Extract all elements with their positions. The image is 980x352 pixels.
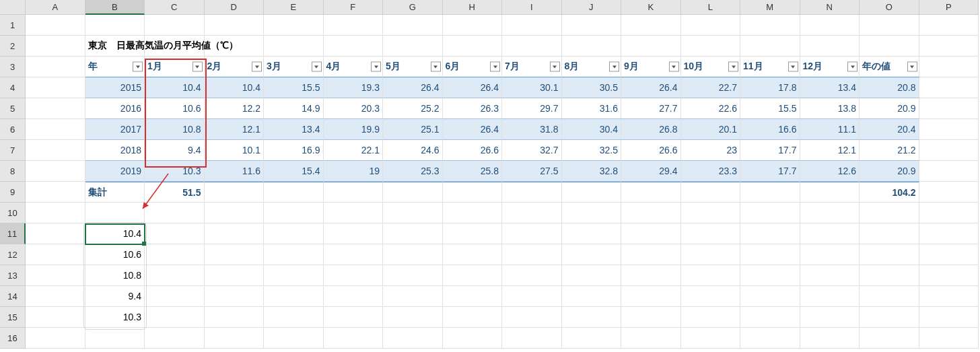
data-year[interactable]: 2018 xyxy=(85,140,145,161)
data-cell[interactable]: 16.6 xyxy=(740,119,800,140)
cell-P7[interactable] xyxy=(919,140,979,161)
cell-I15[interactable] xyxy=(502,307,562,328)
table-header-年[interactable]: 年 xyxy=(85,57,145,77)
cell-J16[interactable] xyxy=(562,328,622,349)
cell-H2[interactable] xyxy=(443,36,503,57)
cell-C12[interactable] xyxy=(145,244,205,265)
cell-F1[interactable] xyxy=(324,15,384,36)
row-header-14[interactable]: 14 xyxy=(0,286,26,307)
total-label[interactable]: 集計 xyxy=(85,182,145,203)
row-header-10[interactable]: 10 xyxy=(0,203,26,223)
cell-J15[interactable] xyxy=(562,307,622,328)
data-cell[interactable]: 19 xyxy=(324,161,384,182)
total-empty[interactable] xyxy=(443,182,503,203)
cell-N14[interactable] xyxy=(800,286,860,307)
cell-N12[interactable] xyxy=(800,244,860,265)
data-cell[interactable]: 31.6 xyxy=(562,98,622,119)
total-empty[interactable] xyxy=(502,182,562,203)
cell-N13[interactable] xyxy=(800,265,860,286)
col-header-F[interactable]: F xyxy=(324,0,384,15)
table-header-7月[interactable]: 7月 xyxy=(502,57,562,77)
cell-A6[interactable] xyxy=(26,119,85,140)
cell-O14[interactable] xyxy=(860,286,919,307)
cell-F16[interactable] xyxy=(324,328,384,349)
table-header-年の値[interactable]: 年の値 xyxy=(860,57,919,77)
cell-O13[interactable] xyxy=(860,265,919,286)
row-header-12[interactable]: 12 xyxy=(0,244,26,265)
data-cell[interactable]: 10.8 xyxy=(145,119,205,140)
cell-I13[interactable] xyxy=(502,265,562,286)
cell-G14[interactable] xyxy=(383,286,443,307)
table-header-6月[interactable]: 6月 xyxy=(443,57,503,77)
cell-E10[interactable] xyxy=(264,203,324,223)
cell-C13[interactable] xyxy=(145,265,205,286)
data-cell[interactable]: 14.9 xyxy=(264,98,324,119)
cell-M15[interactable] xyxy=(740,307,800,328)
data-cell[interactable]: 25.1 xyxy=(383,119,443,140)
cell-A12[interactable] xyxy=(26,244,85,265)
copied-value[interactable]: 10.3 xyxy=(85,307,145,328)
table-header-1月[interactable]: 1月 xyxy=(145,57,205,77)
filter-dropdown-icon[interactable] xyxy=(490,62,500,72)
data-cell[interactable]: 26.4 xyxy=(383,77,443,98)
data-cell[interactable]: 13.8 xyxy=(800,98,860,119)
table-header-12月[interactable]: 12月 xyxy=(800,57,860,77)
cell-O16[interactable] xyxy=(860,328,919,349)
cell-K2[interactable] xyxy=(621,36,681,57)
cell-D10[interactable] xyxy=(205,203,265,223)
cell-H1[interactable] xyxy=(443,15,503,36)
filter-dropdown-icon[interactable] xyxy=(371,62,381,72)
data-cell[interactable]: 30.4 xyxy=(562,119,622,140)
data-cell[interactable]: 10.1 xyxy=(205,140,265,161)
cell-N2[interactable] xyxy=(800,36,860,57)
data-cell[interactable]: 22.6 xyxy=(681,98,741,119)
cell-A9[interactable] xyxy=(26,182,85,203)
data-cell[interactable]: 15.4 xyxy=(264,161,324,182)
cell-A14[interactable] xyxy=(26,286,85,307)
col-header-J[interactable]: J xyxy=(562,0,622,15)
cell-G2[interactable] xyxy=(383,36,443,57)
table-header-9月[interactable]: 9月 xyxy=(621,57,681,77)
cell-C10[interactable] xyxy=(145,203,205,223)
cell-G1[interactable] xyxy=(383,15,443,36)
data-cell[interactable]: 11.6 xyxy=(205,161,265,182)
cell-G11[interactable] xyxy=(383,223,443,244)
data-cell[interactable]: 13.4 xyxy=(800,77,860,98)
cell-P9[interactable] xyxy=(919,182,979,203)
cell-H10[interactable] xyxy=(443,203,503,223)
cell-D11[interactable] xyxy=(205,223,265,244)
title-cell[interactable]: 東京 日最高気温の月平均値（℃） xyxy=(85,36,145,57)
cell-J2[interactable] xyxy=(562,36,622,57)
row-header-13[interactable]: 13 xyxy=(0,265,26,286)
cell-L11[interactable] xyxy=(681,223,741,244)
filter-dropdown-icon[interactable] xyxy=(193,62,203,72)
cell-H11[interactable] xyxy=(443,223,503,244)
data-cell[interactable]: 9.4 xyxy=(145,140,205,161)
col-header-E[interactable]: E xyxy=(264,0,324,15)
data-cell[interactable]: 27.7 xyxy=(621,98,681,119)
cell-K11[interactable] xyxy=(621,223,681,244)
cell-H12[interactable] xyxy=(443,244,503,265)
cell-P8[interactable] xyxy=(919,161,979,182)
cell-I12[interactable] xyxy=(502,244,562,265)
data-cell[interactable]: 10.4 xyxy=(145,77,205,98)
cell-L12[interactable] xyxy=(681,244,741,265)
cell-A8[interactable] xyxy=(26,161,85,182)
data-cell[interactable]: 20.9 xyxy=(860,161,919,182)
cell-P14[interactable] xyxy=(919,286,979,307)
row-header-2[interactable]: 2 xyxy=(0,36,26,57)
data-cell[interactable]: 20.9 xyxy=(860,98,919,119)
cell-K10[interactable] xyxy=(621,203,681,223)
cell-N10[interactable] xyxy=(800,203,860,223)
cell-M10[interactable] xyxy=(740,203,800,223)
total-empty[interactable] xyxy=(681,182,741,203)
cell-A1[interactable] xyxy=(26,15,85,36)
total-empty[interactable] xyxy=(740,182,800,203)
cell-K13[interactable] xyxy=(621,265,681,286)
cell-P1[interactable] xyxy=(919,15,979,36)
cell-P11[interactable] xyxy=(919,223,979,244)
cell-J11[interactable] xyxy=(562,223,622,244)
cell-A2[interactable] xyxy=(26,36,85,57)
filter-dropdown-icon[interactable] xyxy=(669,62,679,72)
cell-F13[interactable] xyxy=(324,265,384,286)
